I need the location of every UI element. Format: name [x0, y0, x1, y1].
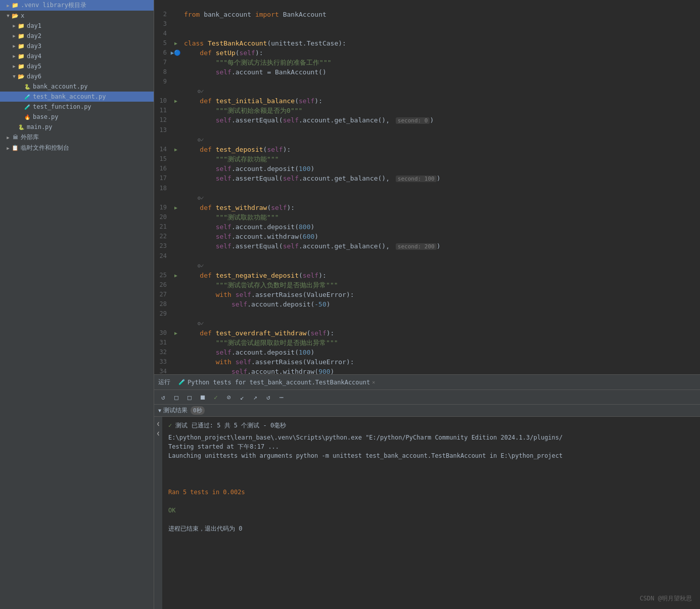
- sidebar-item-label: test_function.py: [33, 103, 91, 110]
- output-line: Testing started at 下午8:17 ...: [168, 442, 694, 451]
- code-text: """每个测试方法执行前的准备工作""": [180, 58, 700, 67]
- run-button[interactable]: [172, 203, 180, 212]
- code-line: 3: [154, 19, 700, 29]
- rerun-button[interactable]: ↺: [158, 392, 168, 402]
- output-line: [168, 497, 694, 506]
- output-line: OK: [168, 506, 694, 515]
- stop-button2[interactable]: □: [184, 392, 195, 402]
- debug-button[interactable]: 🔵: [172, 48, 180, 58]
- line-number: 5: [154, 38, 172, 48]
- sidebar-item-day3[interactable]: day3: [0, 41, 154, 51]
- run-tab[interactable]: 🧪 Python tests for test_bank_account.Tes…: [174, 377, 379, 388]
- sidebar-item-label: base.py: [33, 113, 59, 120]
- code-content-area[interactable]: 2 from bank_account import BankAccount 3…: [154, 0, 700, 374]
- pass-filter-button[interactable]: ✓: [211, 392, 221, 402]
- code-line: 29: [154, 309, 700, 319]
- code-text: self.account.deposit(100): [180, 164, 700, 173]
- line-number: 23: [154, 241, 172, 251]
- stop-all-button[interactable]: ⏹: [198, 392, 208, 402]
- line-number: 11: [154, 106, 172, 115]
- test-total-text: 共 5 个测试 -: [224, 422, 270, 429]
- line-number: 6: [154, 48, 172, 58]
- more-button[interactable]: ⋯: [276, 392, 287, 402]
- close-icon[interactable]: ✕: [372, 379, 375, 385]
- output-line: Launching unittests with arguments pytho…: [168, 451, 694, 460]
- code-line: 23 self.assertEqual(self.account.get_bal…: [154, 241, 700, 251]
- code-line: 26 """测试尝试存入负数时是否抛出异常""": [154, 280, 700, 290]
- watermark: CSDN @明月望秋思: [640, 594, 692, 603]
- code-line: 8 self.account = BankAccount(): [154, 67, 700, 77]
- sort-button[interactable]: ↙: [237, 392, 247, 402]
- sidebar-item-scratch[interactable]: 📋 临时文件和控制台: [0, 143, 154, 153]
- collapse-icon2[interactable]: ❮: [157, 430, 160, 436]
- run-label: 运行: [158, 378, 170, 386]
- sidebar-item-external[interactable]: 🏛 外部库: [0, 132, 154, 143]
- code-text: """测试初始余额是否为0""": [180, 106, 700, 115]
- code-line: 15 """测试存款功能""": [154, 154, 700, 164]
- code-line: 30 def test_overdraft_withdraw(self):: [154, 328, 700, 338]
- sidebar-item-label: bank_account.py: [33, 83, 87, 90]
- sidebar-item-test-function[interactable]: test_function.py: [0, 102, 154, 112]
- code-line: 2 from bank_account import BankAccount: [154, 10, 700, 19]
- output-line: [168, 460, 694, 469]
- sort-button2[interactable]: ↗: [250, 392, 260, 402]
- code-line: 33 with self.assertRaises(ValueError):: [154, 357, 700, 367]
- fail-filter-button[interactable]: ⊘: [224, 392, 234, 402]
- sidebar-item-base[interactable]: base.py: [0, 112, 154, 122]
- code-line: 17 self.assertEqual(self.account.get_bal…: [154, 173, 700, 184]
- collapse-icon[interactable]: ❮: [157, 421, 160, 426]
- line-number: 33: [154, 357, 172, 367]
- folder-icon: [17, 32, 25, 40]
- code-line: 14 def test_deposit(self):: [154, 145, 700, 154]
- sidebar-item-x[interactable]: x: [0, 11, 154, 21]
- test-time-badge: 0秒: [191, 406, 205, 415]
- sidebar-item-day2[interactable]: day2: [0, 31, 154, 41]
- folder-icon: [17, 52, 25, 60]
- test-time-text: 0毫秒: [270, 422, 286, 429]
- sidebar-item-label: day1: [27, 22, 41, 29]
- folder-icon: [17, 42, 25, 50]
- stop-button[interactable]: □: [171, 392, 181, 402]
- sidebar-item-day6[interactable]: day6: [0, 71, 154, 81]
- sidebar-item-venv[interactable]: .venv library根目录: [0, 0, 154, 11]
- run-button[interactable]: [172, 145, 180, 154]
- sidebar-item-day5[interactable]: day5: [0, 61, 154, 71]
- code-text: self.account.deposit(100): [180, 347, 700, 357]
- run-button[interactable]: [172, 271, 180, 280]
- line-number: 4: [154, 29, 172, 38]
- code-line: 22 self.account.withdraw(600): [154, 232, 700, 241]
- line-number: 15: [154, 154, 172, 164]
- run-button[interactable]: [172, 38, 180, 48]
- code-line: 7 """每个测试方法执行前的准备工作""": [154, 58, 700, 67]
- line-number: 20: [154, 212, 172, 222]
- arrow-icon: [5, 13, 11, 19]
- code-text: """测试尝试超限取款时是否抛出异常""": [180, 338, 700, 347]
- run-button[interactable]: [172, 96, 180, 106]
- test-file-icon: [23, 93, 31, 101]
- code-line: 32 self.account.deposit(100): [154, 347, 700, 357]
- code-line: 10 def test_initial_balance(self):: [154, 96, 700, 106]
- sidebar-item-day1[interactable]: day1: [0, 21, 154, 31]
- sidebar-item-label: day2: [27, 32, 41, 39]
- run-button[interactable]: [172, 328, 180, 338]
- output-line: [168, 515, 694, 524]
- sidebar-item-test-bank-account[interactable]: test_bank_account.py: [0, 92, 154, 102]
- code-text: ⚙️✓: [180, 319, 700, 328]
- sidebar-item-label: test_bank_account.py: [33, 93, 106, 100]
- sidebar-item-day4[interactable]: day4: [0, 51, 154, 61]
- sidebar-item-main[interactable]: main.py: [0, 122, 154, 132]
- code-text: class TestBankAccount(unittest.TestCase)…: [180, 38, 700, 48]
- expand-arrow-icon[interactable]: ▼: [158, 408, 161, 413]
- line-number: 30: [154, 328, 172, 338]
- code-line: ⚙️✓: [154, 319, 700, 328]
- sidebar-item-bank-account[interactable]: bank_account.py: [0, 81, 154, 92]
- arrow-icon: [5, 3, 11, 9]
- line-number: 32: [154, 347, 172, 357]
- line-number: 3: [154, 19, 172, 29]
- line-number: 12: [154, 115, 172, 125]
- sidebar-item-label: 临时文件和控制台: [21, 144, 69, 152]
- refresh-button[interactable]: ↺: [263, 392, 273, 402]
- code-line: ⚙️✓: [154, 135, 700, 145]
- code-line: 11 """测试初始余额是否为0""": [154, 106, 700, 115]
- test-results-label: 测试结果: [163, 406, 188, 415]
